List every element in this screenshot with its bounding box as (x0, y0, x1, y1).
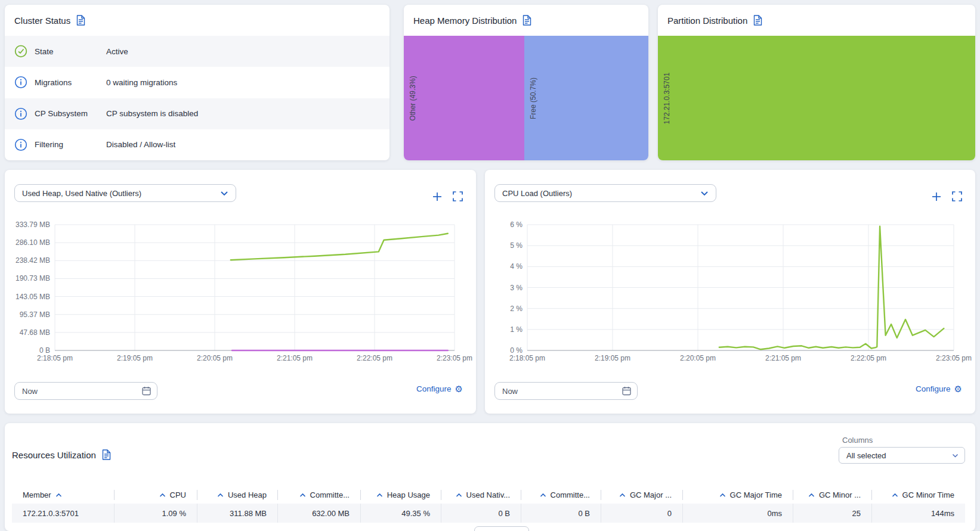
cluster-row-label: Filtering (35, 140, 106, 149)
bar-segment[interactable]: Free (50.7%) (524, 36, 648, 160)
cluster-status-title: Cluster Status (14, 15, 70, 26)
sort-asc-icon (808, 493, 815, 498)
column-header-used-nativ[interactable]: Used Nativ... (441, 486, 521, 504)
bar-segment-label: Other (49.3%) (409, 76, 417, 120)
column-header-label: Committe... (310, 490, 350, 499)
svg-text:4 %: 4 % (510, 262, 523, 271)
cpu-chart-card: CPU Load (Outliers) 6 %5 %4 %3 %2 %1 %0 … (485, 170, 975, 414)
bar-segment[interactable]: 172.21.0.3:5701 (658, 36, 975, 160)
svg-text:1 %: 1 % (510, 325, 523, 334)
document-icon[interactable] (102, 449, 111, 460)
svg-text:2:21:05 pm: 2:21:05 pm (765, 354, 801, 362)
fullscreen-icon[interactable] (453, 191, 463, 201)
sort-asc-icon (217, 493, 224, 498)
memory-configure-link[interactable]: Configure ⚙ (416, 384, 463, 393)
table-header-row: MemberCPUUsed HeapCommitte...Heap UsageU… (12, 486, 965, 504)
partition-card: Partition Distribution 172.21.0.3:5701 (658, 5, 975, 160)
svg-text:3 %: 3 % (510, 284, 523, 292)
info-circle-icon (14, 107, 27, 120)
table-row: 172.21.0.3:57011.09 %311.88 MB632.00 MB4… (12, 504, 965, 523)
column-header-label: GC Minor ... (819, 490, 861, 499)
cpu-time-picker-value: Now (502, 387, 518, 396)
table-cell: 172.21.0.3:5701 (12, 504, 114, 523)
column-header-label: Member (23, 490, 51, 499)
chevron-down-icon (700, 191, 709, 196)
column-header-heap-usage[interactable]: Heap Usage (360, 486, 441, 504)
chevron-down-icon (952, 454, 959, 458)
column-header-gc-major-time[interactable]: GC Major Time (682, 486, 793, 504)
cpu-time-picker[interactable]: Now (494, 382, 638, 400)
fullscreen-icon[interactable] (952, 191, 962, 201)
cluster-row-value: Active (106, 47, 389, 56)
svg-text:0 B: 0 B (39, 346, 50, 355)
cluster-status-rows: StateActiveMigrations0 waiting migration… (5, 36, 389, 160)
bar-segment[interactable]: Other (49.3%) (404, 36, 524, 160)
table-cell: 632.00 MB (277, 504, 360, 523)
cluster-status-row: CP SubsystemCP subsystem is disabled (5, 98, 389, 129)
memory-time-picker[interactable]: Now (14, 382, 157, 400)
cpu-load-chart[interactable]: 6 %5 %4 %3 %2 %1 %0 %2:18:05 pm2:19:05 p… (485, 216, 975, 371)
chevron-down-icon (220, 191, 228, 196)
column-header-gc-minor-time[interactable]: GC Minor Time (871, 486, 965, 504)
partition-distribution-bar: 172.21.0.3:5701 (658, 36, 975, 160)
add-chart-icon[interactable] (432, 191, 443, 202)
svg-text:2:19:05 pm: 2:19:05 pm (117, 354, 153, 362)
column-header-committe[interactable]: Committe... (521, 486, 601, 504)
column-header-cpu[interactable]: CPU (114, 486, 197, 504)
sort-asc-icon (892, 493, 898, 498)
sort-asc-icon (719, 493, 726, 498)
add-chart-icon[interactable] (931, 191, 942, 202)
svg-text:333.79 MB: 333.79 MB (16, 221, 50, 229)
svg-text:2:22:05 pm: 2:22:05 pm (851, 354, 886, 362)
column-header-label: GC Major ... (630, 490, 672, 499)
table-cell: 0 B (441, 504, 521, 523)
column-header-used-heap[interactable]: Used Heap (197, 486, 277, 504)
partition-title: Partition Distribution (667, 15, 747, 26)
column-header-label: CPU (170, 490, 186, 499)
svg-text:0 %: 0 % (510, 346, 523, 355)
columns-select[interactable]: All selected (839, 447, 965, 464)
heap-memory-title: Heap Memory Distribution (413, 15, 517, 26)
table-cell: 144ms (871, 504, 965, 523)
document-icon[interactable] (523, 15, 531, 26)
resources-table: MemberCPUUsed HeapCommitte...Heap UsageU… (12, 486, 965, 523)
table-cell: 0 B (521, 504, 601, 523)
column-header-member[interactable]: Member (12, 486, 114, 504)
document-icon[interactable] (753, 15, 762, 26)
memory-metric-select[interactable]: Used Heap, Used Native (Outliers) (14, 184, 236, 202)
sort-asc-icon (376, 493, 383, 498)
cpu-configure-link[interactable]: Configure ⚙ (916, 384, 962, 393)
svg-text:2:20:05 pm: 2:20:05 pm (680, 354, 716, 362)
table-cell: 25 (793, 504, 871, 523)
column-header-committe[interactable]: Committe... (277, 486, 360, 504)
info-circle-icon (14, 76, 27, 89)
cluster-row-value: CP subsystem is disabled (106, 109, 389, 118)
cluster-row-label: State (35, 47, 106, 56)
cluster-row-label: CP Subsystem (35, 109, 106, 118)
check-circle-icon (14, 45, 27, 58)
memory-metric-select-value: Used Heap, Used Native (Outliers) (22, 189, 141, 198)
gear-icon: ⚙ (954, 384, 962, 393)
cluster-row-value: Disabled / Allow-list (106, 140, 389, 149)
bar-segment-label: Free (50.7%) (529, 77, 537, 119)
svg-text:2:18:05 pm: 2:18:05 pm (37, 354, 73, 362)
column-header-gc-major[interactable]: GC Major ... (601, 486, 682, 504)
heap-memory-card: Heap Memory Distribution Other (49.3%)Fr… (404, 5, 648, 160)
column-header-label: GC Minor Time (902, 490, 954, 499)
dashboard: Cluster Status StateActiveMigrations0 wa… (0, 0, 980, 531)
table-pagination-button[interactable] (474, 526, 529, 531)
svg-text:5 %: 5 % (510, 241, 523, 250)
heap-distribution-bar: Other (49.3%)Free (50.7%) (404, 36, 648, 160)
column-header-gc-minor[interactable]: GC Minor ... (793, 486, 871, 504)
sort-asc-icon (619, 493, 626, 498)
memory-usage-chart[interactable]: 333.79 MB286.10 MB238.42 MB190.73 MB143.… (5, 216, 476, 371)
table-cell: 0 (601, 504, 682, 523)
svg-text:2:22:05 pm: 2:22:05 pm (357, 354, 392, 362)
column-header-label: Heap Usage (387, 490, 430, 499)
svg-text:190.73 MB: 190.73 MB (16, 274, 50, 282)
resources-utilization-title: Resources Utilization (12, 450, 96, 460)
sort-asc-icon (456, 493, 462, 498)
cpu-metric-select[interactable]: CPU Load (Outliers) (494, 184, 716, 202)
document-icon[interactable] (76, 15, 85, 26)
svg-text:47.68 MB: 47.68 MB (20, 328, 50, 337)
